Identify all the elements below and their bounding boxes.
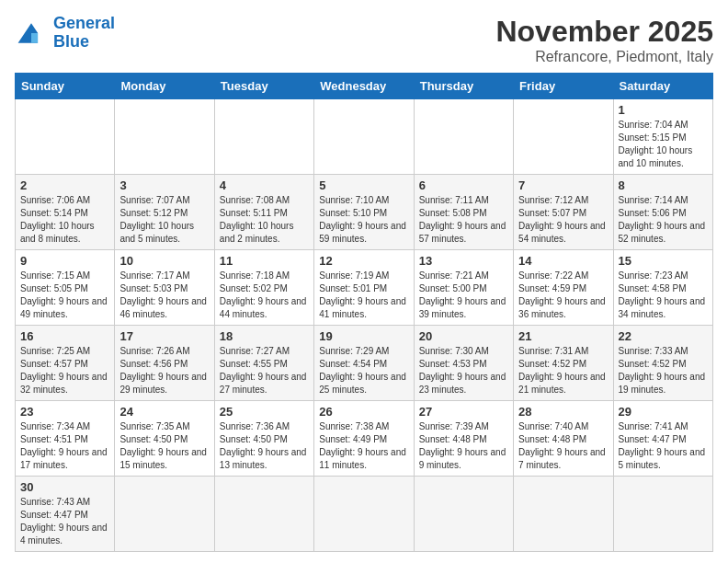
cell-w5-d6: 29Sunrise: 7:41 AM Sunset: 4:47 PM Dayli… xyxy=(613,401,712,477)
day-number: 30 xyxy=(20,480,109,494)
day-info: Sunrise: 7:30 AM Sunset: 4:53 PM Dayligh… xyxy=(419,345,508,396)
day-number: 23 xyxy=(20,405,109,419)
day-info: Sunrise: 7:19 AM Sunset: 5:01 PM Dayligh… xyxy=(319,270,408,321)
cell-w5-d4: 27Sunrise: 7:39 AM Sunset: 4:48 PM Dayli… xyxy=(414,401,513,477)
cell-w2-d0: 2Sunrise: 7:06 AM Sunset: 5:14 PM Daylig… xyxy=(16,175,115,250)
week-row-5: 23Sunrise: 7:34 AM Sunset: 4:51 PM Dayli… xyxy=(16,401,713,477)
cell-w3-d4: 13Sunrise: 7:21 AM Sunset: 5:00 PM Dayli… xyxy=(414,250,513,326)
cell-w6-d4 xyxy=(414,477,513,552)
col-monday: Monday xyxy=(115,74,214,99)
cell-w1-d4 xyxy=(414,99,513,175)
cell-w1-d6: 1Sunrise: 7:04 AM Sunset: 5:15 PM Daylig… xyxy=(613,99,712,175)
logo-text: GeneralBlue xyxy=(53,15,115,52)
day-number: 29 xyxy=(619,405,708,419)
cell-w6-d6 xyxy=(613,477,712,552)
day-info: Sunrise: 7:04 AM Sunset: 5:15 PM Dayligh… xyxy=(619,119,708,170)
day-number: 27 xyxy=(419,405,508,419)
calendar-subtitle: Refrancore, Piedmont, Italy xyxy=(495,49,713,65)
day-info: Sunrise: 7:23 AM Sunset: 4:58 PM Dayligh… xyxy=(619,270,708,321)
day-number: 14 xyxy=(518,254,608,268)
day-info: Sunrise: 7:29 AM Sunset: 4:54 PM Dayligh… xyxy=(319,345,408,396)
day-number: 17 xyxy=(119,329,209,343)
cell-w2-d4: 6Sunrise: 7:11 AM Sunset: 5:08 PM Daylig… xyxy=(414,175,513,250)
cell-w1-d2 xyxy=(214,99,313,175)
day-info: Sunrise: 7:15 AM Sunset: 5:05 PM Dayligh… xyxy=(20,270,109,321)
cell-w2-d6: 8Sunrise: 7:14 AM Sunset: 5:06 PM Daylig… xyxy=(613,175,712,250)
cell-w1-d3 xyxy=(314,99,414,175)
day-number: 26 xyxy=(319,405,408,419)
day-number: 24 xyxy=(119,405,209,419)
week-row-2: 2Sunrise: 7:06 AM Sunset: 5:14 PM Daylig… xyxy=(16,175,713,250)
cell-w4-d3: 19Sunrise: 7:29 AM Sunset: 4:54 PM Dayli… xyxy=(314,326,414,401)
day-number: 21 xyxy=(518,329,608,343)
day-number: 12 xyxy=(319,254,408,268)
cell-w3-d5: 14Sunrise: 7:22 AM Sunset: 4:59 PM Dayli… xyxy=(514,250,613,326)
cell-w2-d5: 7Sunrise: 7:12 AM Sunset: 5:07 PM Daylig… xyxy=(514,175,613,250)
day-number: 11 xyxy=(220,254,309,268)
calendar-body: 1Sunrise: 7:04 AM Sunset: 5:15 PM Daylig… xyxy=(16,99,713,552)
logo-general: General xyxy=(53,14,115,32)
cell-w5-d3: 26Sunrise: 7:38 AM Sunset: 4:49 PM Dayli… xyxy=(314,401,414,477)
day-info: Sunrise: 7:22 AM Sunset: 4:59 PM Dayligh… xyxy=(518,270,608,321)
logo-blue: Blue xyxy=(53,32,89,51)
cell-w3-d6: 15Sunrise: 7:23 AM Sunset: 4:58 PM Dayli… xyxy=(613,250,712,326)
cell-w6-d2 xyxy=(214,477,313,552)
day-number: 7 xyxy=(518,178,608,192)
day-info: Sunrise: 7:08 AM Sunset: 5:11 PM Dayligh… xyxy=(220,194,309,246)
cell-w3-d1: 10Sunrise: 7:17 AM Sunset: 5:03 PM Dayli… xyxy=(115,250,214,326)
week-row-6: 30Sunrise: 7:43 AM Sunset: 4:47 PM Dayli… xyxy=(16,477,713,552)
day-info: Sunrise: 7:18 AM Sunset: 5:02 PM Dayligh… xyxy=(220,270,309,321)
cell-w3-d0: 9Sunrise: 7:15 AM Sunset: 5:05 PM Daylig… xyxy=(16,250,115,326)
day-info: Sunrise: 7:31 AM Sunset: 4:52 PM Dayligh… xyxy=(518,345,608,396)
general-blue-logo-icon xyxy=(15,17,48,50)
day-info: Sunrise: 7:27 AM Sunset: 4:55 PM Dayligh… xyxy=(220,345,309,396)
cell-w2-d2: 4Sunrise: 7:08 AM Sunset: 5:11 PM Daylig… xyxy=(214,175,313,250)
col-saturday: Saturday xyxy=(613,74,712,99)
day-info: Sunrise: 7:40 AM Sunset: 4:48 PM Dayligh… xyxy=(518,420,608,472)
day-info: Sunrise: 7:17 AM Sunset: 5:03 PM Dayligh… xyxy=(119,270,209,321)
day-info: Sunrise: 7:10 AM Sunset: 5:10 PM Dayligh… xyxy=(319,194,408,246)
title-block: November 2025 Refrancore, Piedmont, Ital… xyxy=(495,15,713,65)
day-info: Sunrise: 7:43 AM Sunset: 4:47 PM Dayligh… xyxy=(20,496,109,547)
day-info: Sunrise: 7:36 AM Sunset: 4:50 PM Dayligh… xyxy=(220,420,309,472)
cell-w1-d0 xyxy=(16,99,115,175)
day-number: 1 xyxy=(619,103,708,117)
logo: GeneralBlue xyxy=(15,15,115,52)
cell-w6-d5 xyxy=(514,477,613,552)
calendar-title: November 2025 xyxy=(495,15,713,49)
cell-w4-d2: 18Sunrise: 7:27 AM Sunset: 4:55 PM Dayli… xyxy=(214,326,313,401)
day-number: 9 xyxy=(20,254,109,268)
week-row-3: 9Sunrise: 7:15 AM Sunset: 5:05 PM Daylig… xyxy=(16,250,713,326)
cell-w6-d0: 30Sunrise: 7:43 AM Sunset: 4:47 PM Dayli… xyxy=(16,477,115,552)
day-number: 8 xyxy=(619,178,708,192)
day-number: 16 xyxy=(20,329,109,343)
day-info: Sunrise: 7:34 AM Sunset: 4:51 PM Dayligh… xyxy=(20,420,109,472)
day-number: 28 xyxy=(518,405,608,419)
day-number: 2 xyxy=(20,178,109,192)
day-info: Sunrise: 7:26 AM Sunset: 4:56 PM Dayligh… xyxy=(119,345,209,396)
cell-w4-d0: 16Sunrise: 7:25 AM Sunset: 4:57 PM Dayli… xyxy=(16,326,115,401)
cell-w3-d2: 11Sunrise: 7:18 AM Sunset: 5:02 PM Dayli… xyxy=(214,250,313,326)
col-friday: Friday xyxy=(514,74,613,99)
week-row-4: 16Sunrise: 7:25 AM Sunset: 4:57 PM Dayli… xyxy=(16,326,713,401)
col-tuesday: Tuesday xyxy=(214,74,313,99)
day-info: Sunrise: 7:33 AM Sunset: 4:52 PM Dayligh… xyxy=(619,345,708,396)
cell-w3-d3: 12Sunrise: 7:19 AM Sunset: 5:01 PM Dayli… xyxy=(314,250,414,326)
day-info: Sunrise: 7:14 AM Sunset: 5:06 PM Dayligh… xyxy=(619,194,708,246)
day-info: Sunrise: 7:12 AM Sunset: 5:07 PM Dayligh… xyxy=(518,194,608,246)
col-wednesday: Wednesday xyxy=(314,74,414,99)
day-number: 3 xyxy=(119,178,209,192)
svg-marker-2 xyxy=(31,33,38,43)
day-info: Sunrise: 7:38 AM Sunset: 4:49 PM Dayligh… xyxy=(319,420,408,472)
day-number: 19 xyxy=(319,329,408,343)
col-thursday: Thursday xyxy=(414,74,513,99)
cell-w6-d3 xyxy=(314,477,414,552)
cell-w4-d6: 22Sunrise: 7:33 AM Sunset: 4:52 PM Dayli… xyxy=(613,326,712,401)
calendar-header: Sunday Monday Tuesday Wednesday Thursday… xyxy=(16,74,713,99)
cell-w4-d1: 17Sunrise: 7:26 AM Sunset: 4:56 PM Dayli… xyxy=(115,326,214,401)
cell-w1-d1 xyxy=(115,99,214,175)
cell-w2-d3: 5Sunrise: 7:10 AM Sunset: 5:10 PM Daylig… xyxy=(314,175,414,250)
cell-w5-d1: 24Sunrise: 7:35 AM Sunset: 4:50 PM Dayli… xyxy=(115,401,214,477)
day-info: Sunrise: 7:07 AM Sunset: 5:12 PM Dayligh… xyxy=(119,194,209,246)
cell-w5-d0: 23Sunrise: 7:34 AM Sunset: 4:51 PM Dayli… xyxy=(16,401,115,477)
